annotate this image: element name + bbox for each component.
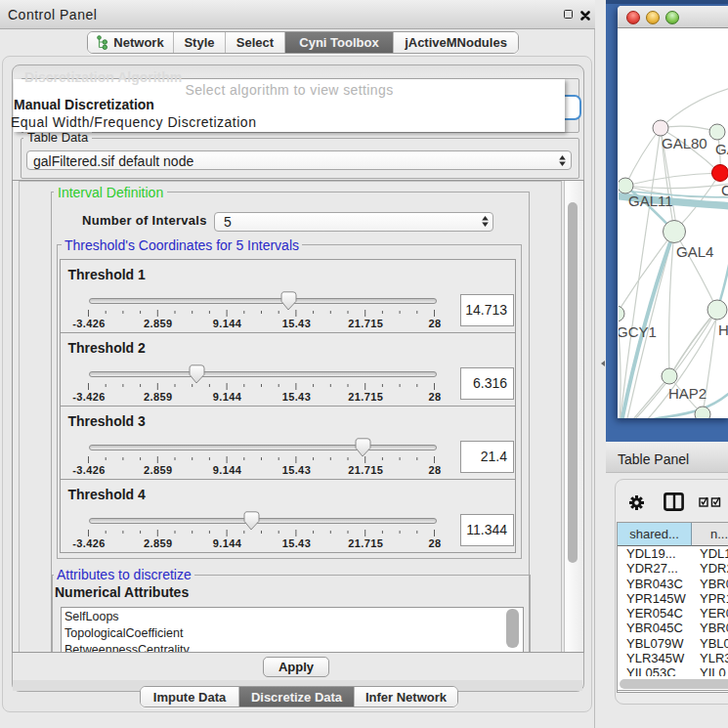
svg-text:GAL80: GAL80 [662, 135, 707, 151]
svg-text:H: H [718, 321, 728, 338]
svg-text:GAL4: GAL4 [676, 243, 713, 260]
svg-text:GAL11: GAL11 [628, 193, 673, 209]
svg-text:GCY1: GCY1 [619, 323, 657, 340]
svg-text:HAP2: HAP2 [668, 385, 707, 402]
svg-text:C: C [721, 182, 728, 198]
svg-text:GA: GA [715, 141, 728, 157]
